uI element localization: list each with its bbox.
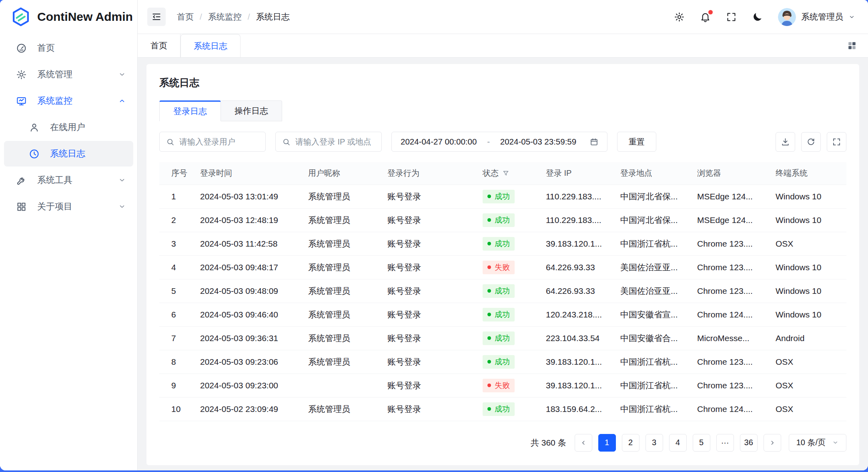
avatar [778,8,796,26]
user-menu[interactable]: 系统管理员 [778,8,855,26]
cell-ip: 39.183.120.1... [540,374,615,397]
system-log-card: 系统日志 登录日志操作日志 2024-04-27 00:00:00 - 20 [146,64,859,465]
dark-mode-button[interactable] [752,12,763,22]
table-row: 22024-05-03 12:48:19系统管理员账号登录成功110.229.1… [159,208,846,232]
sidebar-item[interactable]: 系统日志 [4,141,133,167]
column-label: 登录地点 [620,168,652,179]
notifications-button[interactable] [700,12,711,22]
column-label: 登录 IP [546,168,571,179]
cell-nickname: 系统管理员 [303,397,382,421]
page-button[interactable]: 1 [598,434,616,452]
cell-index: 3 [159,232,194,255]
settings-button[interactable] [674,12,685,22]
sidebar-item[interactable]: 系统管理 [4,62,133,87]
cell-nickname: 系统管理员 [303,255,382,279]
date-range-picker[interactable]: 2024-04-27 00:00:00 - 2024-05-03 23:59:5… [391,132,607,152]
table-body: 12024-05-03 13:01:49系统管理员账号登录成功110.229.1… [159,185,846,421]
sidebar-collapse-button[interactable] [147,8,166,26]
cell-browser: Chrome 123.... [692,232,770,255]
previous-page-button[interactable] [575,434,592,452]
date-range-end: 2024-05-03 23:59:59 [500,137,576,147]
cell-os: Windows 10 [770,279,846,303]
dashboard-icon [16,43,27,54]
cell-status: 失败 [477,374,540,397]
cell-behavior: 账号登录 [382,255,477,279]
status-dot-icon [487,265,491,269]
column-header: 浏览器 [692,162,770,185]
header-actions: 系统管理员 [674,8,855,26]
sidebar-item[interactable]: 在线用户 [4,114,133,140]
export-button[interactable] [776,132,795,152]
column-label: 状态 [483,168,499,179]
cell-behavior: 账号登录 [382,303,477,326]
page-button[interactable]: 4 [669,434,687,452]
breadcrumb-item[interactable]: 系统监控 [208,11,242,22]
cell-behavior: 账号登录 [382,350,477,374]
cell-location: 中国浙江省杭... [615,350,692,374]
login-ip-input[interactable] [295,137,375,147]
column-header: 用户昵称 [303,162,382,185]
fullscreen-button[interactable] [726,12,737,22]
cell-os: Android [770,326,846,350]
filter-toolbar: 2024-04-27 00:00:00 - 2024-05-03 23:59:5… [159,132,846,152]
reset-button[interactable]: 重置 [617,132,656,152]
cell-browser: Chrome 124.... [692,303,770,326]
status-badge: 成功 [483,355,515,369]
page-button[interactable]: 5 [693,434,710,452]
breadcrumb-separator: / [248,12,250,22]
table-row: 52024-05-03 09:48:09系统管理员账号登录成功64.226.93… [159,279,846,303]
cell-nickname: 系统管理员 [303,279,382,303]
cell-login-time: 2024-05-03 09:23:06 [194,350,303,374]
status-dot-icon [487,195,491,198]
table-row: 42024-05-03 09:48:17系统管理员账号登录失败64.226.93… [159,255,846,279]
wrench-icon [16,175,27,186]
sidebar-item[interactable]: 首页 [4,35,133,61]
status-badge: 成功 [483,190,515,203]
cell-ip: 64.226.93.33 [540,279,615,303]
search-icon [166,138,174,146]
page-button[interactable]: 3 [645,434,663,452]
breadcrumb-item[interactable]: 系统日志 [256,11,290,22]
cell-index: 5 [159,279,194,303]
table-fullscreen-button[interactable] [827,132,846,152]
pagination: 共 360 条 12345···36 10 条/页 [159,434,846,452]
log-tab[interactable]: 登录日志 [159,100,221,121]
collapse-icon [151,12,162,22]
status-badge: 成功 [483,331,515,345]
cell-location: 中国浙江省杭... [615,232,692,255]
cell-browser: Chrome 123.... [692,374,770,397]
page-button[interactable]: 36 [740,434,758,452]
cell-status: 成功 [477,397,540,421]
breadcrumb-separator: / [200,12,202,22]
status-dot-icon [487,242,491,245]
breadcrumb-item[interactable]: 首页 [177,11,194,22]
page-size-select[interactable]: 10 条/页 [789,434,846,452]
status-badge: 失败 [483,261,515,274]
login-user-input[interactable] [179,137,259,147]
next-page-button[interactable] [764,434,781,452]
cell-login-time: 2024-05-03 09:23:00 [194,374,303,397]
cell-login-time: 2024-05-03 09:36:31 [194,326,303,350]
page-button[interactable]: 2 [622,434,639,452]
cell-status: 失败 [477,255,540,279]
clock-icon [29,149,40,159]
date-range-separator: - [485,137,492,147]
monitor-icon [16,96,27,106]
cell-login-time: 2024-05-03 09:48:09 [194,279,303,303]
sidebar-item[interactable]: 系统监控 [4,88,133,114]
sidebar-item[interactable]: 系统工具 [4,167,133,193]
filter-icon[interactable] [502,170,509,177]
cell-os: OSX [770,374,846,397]
status-badge: 成功 [483,402,515,416]
log-tab[interactable]: 操作日志 [221,100,282,121]
calendar-icon [590,138,598,146]
tab-actions-button[interactable] [846,40,858,51]
window-tab[interactable]: 系统日志 [180,34,241,57]
window-tab[interactable]: 首页 [138,34,180,57]
sidebar-item[interactable]: 关于项目 [4,194,133,219]
page-button[interactable]: ··· [716,434,734,452]
refresh-button[interactable] [801,132,821,152]
status-dot-icon [487,360,491,364]
fullscreen-icon [832,137,841,147]
moon-icon [752,12,763,22]
